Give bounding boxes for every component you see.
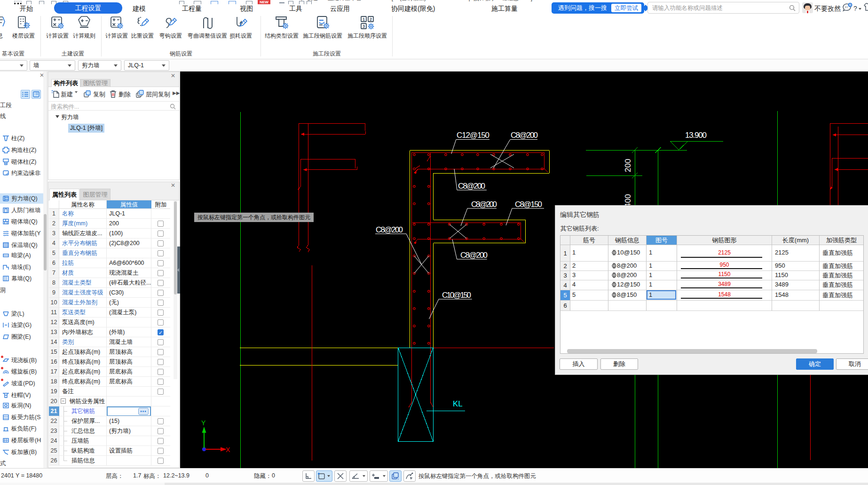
svg-text:2: 2: [370, 17, 372, 22]
svg-text:C8@200: C8@200: [376, 225, 403, 234]
svg-text:200: 200: [623, 159, 632, 172]
svg-text:C8@200: C8@200: [511, 131, 538, 140]
svg-text:C8@150: C8@150: [515, 200, 542, 209]
svg-text:X: X: [226, 446, 230, 453]
svg-text:3: 3: [363, 24, 365, 29]
svg-text:Y: Y: [201, 419, 206, 427]
svg-text:C8@200: C8@200: [471, 200, 497, 209]
svg-text:C8@200: C8@200: [458, 182, 485, 191]
svg-text:13.900: 13.900: [685, 131, 707, 140]
svg-text:KL: KL: [453, 399, 463, 408]
svg-text:C8@200: C8@200: [460, 251, 488, 260]
svg-text:1: 1: [363, 17, 365, 22]
svg-text:C12@150: C12@150: [457, 131, 489, 140]
svg-text:C10@150: C10@150: [442, 291, 471, 300]
